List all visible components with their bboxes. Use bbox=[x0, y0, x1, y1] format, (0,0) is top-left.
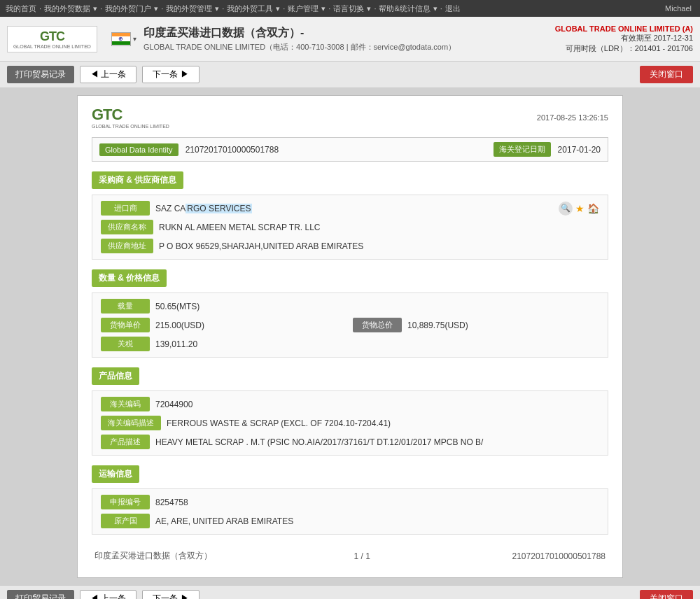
nav-sep8: ▾ bbox=[433, 4, 438, 13]
quantity-price-header: 数量 & 价格信息 bbox=[92, 269, 167, 287]
importer-label: 进口商 bbox=[101, 201, 150, 216]
importer-row: 进口商 SAZ CARGO SERVICES 🔍 ★ 🏠 bbox=[101, 201, 599, 216]
prev-label: 上一条 bbox=[101, 69, 126, 79]
print-button[interactable]: 打印贸易记录 bbox=[7, 66, 74, 83]
top-navigation: 我的首页 · 我的外贸数据 ▾ · 我的外贸门户 ▾ · 我的外贸管理 ▾ · … bbox=[0, 0, 700, 17]
quantity-value: 50.65(MTS) bbox=[155, 302, 599, 311]
header-title: 印度孟买港进口数据（含双方）- GLOBAL TRADE ONLINE LIMI… bbox=[144, 26, 555, 52]
logo-area: GTC GLOBAL TRADE ONLINE LIMITED bbox=[7, 26, 97, 52]
next-label: 下一条 bbox=[153, 69, 178, 79]
buyer-supplier-header: 采购商 & 供应商信息 bbox=[92, 171, 183, 189]
supplier-address-value: P O BOX 96529,SHARJAH,UNITED ARAB EMIRAT… bbox=[159, 241, 599, 251]
search-icon[interactable]: 🔍 bbox=[559, 202, 573, 216]
supplier-address-label: 供应商地址 bbox=[101, 239, 153, 253]
nav-portal[interactable]: 我的外贸门户 bbox=[105, 3, 151, 14]
tariff-label: 关税 bbox=[101, 337, 150, 351]
star-icon[interactable]: ★ bbox=[575, 203, 584, 214]
identity-row: Global Data Identity 2107201701000050178… bbox=[92, 137, 608, 162]
logo-box: GTC GLOBAL TRADE ONLINE LIMITED bbox=[7, 26, 97, 52]
pagination-record-id: 21072017010000501788 bbox=[512, 551, 606, 561]
declaration-row: 申报编号 8254758 bbox=[101, 495, 599, 509]
tariff-row: 关税 139,011.20 bbox=[101, 337, 599, 351]
product-desc-label: 产品描述 bbox=[101, 435, 150, 449]
bottom-prev-arrow: ◀ bbox=[90, 593, 101, 599]
total-price-label: 货物总价 bbox=[353, 318, 402, 332]
record-datetime: 2017-08-25 13:26:15 bbox=[537, 113, 608, 122]
chakra: ⊕ bbox=[118, 36, 123, 42]
supplier-name-label: 供应商名称 bbox=[101, 220, 153, 234]
header-bar: GTC GLOBAL TRADE ONLINE LIMITED ⊕ ▾ 印度孟买… bbox=[0, 17, 700, 62]
hs-code-row: 海关编码 72044900 bbox=[101, 397, 599, 411]
nav-trade-data[interactable]: 我的外贸数据 bbox=[44, 3, 90, 14]
page-title: 印度孟买港进口数据（含双方）- bbox=[144, 26, 555, 41]
nav-tools[interactable]: 我的外贸工具 bbox=[227, 3, 273, 14]
record-logo-text: GTC bbox=[92, 106, 169, 124]
buyer-supplier-body: 进口商 SAZ CARGO SERVICES 🔍 ★ 🏠 供应商名称 RUKN … bbox=[92, 195, 608, 260]
record-logo: GTC GLOBAL TRADE ONLINE LIMITED bbox=[92, 106, 169, 129]
supplier-name-value: RUKN AL AMEEN METAL SCRAP TR. LLC bbox=[159, 223, 599, 232]
nav-language[interactable]: 语言切换 bbox=[333, 3, 364, 14]
house-icon[interactable]: 🏠 bbox=[587, 203, 599, 214]
supplier-address-row: 供应商地址 P O BOX 96529,SHARJAH,UNITED ARAB … bbox=[101, 239, 599, 253]
bottom-next-button[interactable]: 下一条 ▶ bbox=[142, 590, 199, 599]
nav-sep5: ▾ bbox=[276, 4, 280, 13]
flag-dropdown[interactable]: ▾ bbox=[133, 35, 136, 43]
nav-account[interactable]: 账户管理 bbox=[288, 3, 318, 14]
bottom-prev-button[interactable]: ◀ 上一条 bbox=[80, 590, 136, 599]
bottom-next-arrow: ▶ bbox=[178, 593, 188, 599]
nav-sep: · bbox=[161, 4, 163, 13]
hs-code-value: 72044900 bbox=[155, 400, 599, 409]
origin-country-row: 原产国 AE, ARE, UNITED ARAB EMIRATES bbox=[101, 514, 599, 528]
origin-country-label: 原产国 bbox=[101, 514, 150, 528]
global-data-identity-label: Global Data Identity bbox=[99, 143, 178, 156]
hs-desc-row: 海关编码描述 FERROUS WASTE & SCRAP (EXCL. OF 7… bbox=[101, 416, 599, 430]
user-label: Michael bbox=[665, 4, 692, 13]
customs-date-value: 2017-01-20 bbox=[558, 145, 601, 155]
nav-sep6: ▾ bbox=[321, 4, 326, 13]
customs-date-label: 海关登记日期 bbox=[493, 142, 551, 157]
record-header: GTC GLOBAL TRADE ONLINE LIMITED 2017-08-… bbox=[92, 106, 608, 129]
record-card: GTC GLOBAL TRADE ONLINE LIMITED 2017-08-… bbox=[77, 95, 623, 578]
bottom-toolbar: 打印贸易记录 ◀ 上一条 下一条 ▶ 关闭窗口 bbox=[0, 585, 700, 599]
pagination-source: 印度孟买港进口数据（含双方） bbox=[94, 550, 212, 562]
product-desc-row: 产品描述 HEAVY METAL SCRAP . M.T (PSIC NO.AI… bbox=[101, 435, 599, 449]
nav-sep3: ▾ bbox=[154, 4, 158, 13]
unit-price-value: 215.00(USD) bbox=[155, 320, 347, 330]
product-section: 产品信息 海关编码 72044900 海关编码描述 FERROUS WASTE … bbox=[92, 367, 608, 456]
hs-desc-value: FERROUS WASTE & SCRAP (EXCL. OF 7204.10-… bbox=[167, 418, 599, 428]
product-header: 产品信息 bbox=[92, 367, 139, 385]
nav-home[interactable]: 我的首页 bbox=[6, 3, 36, 14]
content-area: GTC GLOBAL TRADE ONLINE LIMITED 2017-08-… bbox=[0, 88, 700, 585]
hs-code-label: 海关编码 bbox=[101, 397, 150, 411]
total-price-value: 10,889.75(USD) bbox=[407, 320, 599, 330]
logo-sub: GLOBAL TRADE ONLINE LIMITED bbox=[13, 44, 91, 49]
importer-icons: 🔍 ★ 🏠 bbox=[559, 202, 599, 216]
quantity-price-body: 载量 50.65(MTS) 货物单价 215.00(USD) 货物总价 10,8… bbox=[92, 293, 608, 358]
next-button[interactable]: 下一条 ▶ bbox=[142, 66, 199, 83]
close-button[interactable]: 关闭窗口 bbox=[640, 66, 693, 83]
nav-sep: · bbox=[328, 4, 330, 13]
nav-logout[interactable]: 退出 bbox=[445, 3, 461, 14]
nav-help[interactable]: 帮助&统计信息 bbox=[379, 3, 430, 14]
company-info: GLOBAL TRADE ONLINE LIMITED（电话：400-710-3… bbox=[144, 42, 555, 52]
flag-box: ⊕ ▾ bbox=[111, 32, 136, 46]
declaration-label: 申报编号 bbox=[101, 495, 150, 509]
nav-sep2: ▾ bbox=[93, 4, 97, 13]
logo-text: GTC bbox=[40, 29, 64, 44]
nav-sep: · bbox=[374, 4, 376, 13]
nav-sep: · bbox=[39, 4, 41, 13]
quantity-row: 载量 50.65(MTS) bbox=[101, 299, 599, 313]
declaration-value: 8254758 bbox=[155, 498, 599, 507]
ldr-info: 可用时段（LDR）：201401 - 201706 bbox=[555, 43, 693, 54]
transport-section: 运输信息 申报编号 8254758 原产国 AE, ARE, UNITED AR… bbox=[92, 465, 608, 535]
nav-management[interactable]: 我的外贸管理 bbox=[166, 3, 212, 14]
nav-sep7: ▾ bbox=[367, 4, 371, 13]
product-desc-value: HEAVY METAL SCRAP . M.T (PSIC NO.AIA/201… bbox=[155, 437, 599, 447]
bottom-close-button[interactable]: 关闭窗口 bbox=[640, 590, 693, 599]
pagination-page: 1 / 1 bbox=[354, 551, 370, 561]
prev-button[interactable]: ◀ 上一条 bbox=[80, 66, 136, 83]
pagination-row: 印度孟买港进口数据（含双方） 1 / 1 2107201701000050178… bbox=[92, 544, 608, 568]
bottom-print-button[interactable]: 打印贸易记录 bbox=[7, 590, 74, 599]
importer-highlight: RGO SERVICES bbox=[186, 204, 252, 213]
bottom-next-label: 下一条 bbox=[153, 593, 178, 599]
